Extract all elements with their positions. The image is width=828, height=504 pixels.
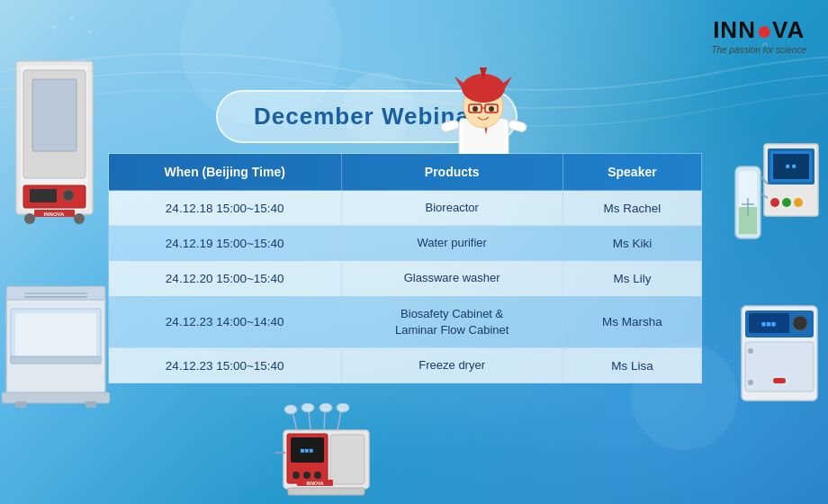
table-header-row: When (Beijing Time) Products Speaker (109, 154, 702, 191)
speaker-cell: Ms Rachel (562, 191, 701, 226)
schedule-table: When (Beijing Time) Products Speaker 24.… (108, 153, 702, 383)
speaker-cell: Ms Lisa (562, 347, 701, 382)
svg-point-1 (70, 16, 74, 20)
when-cell: 24.12.19 15:00~15:40 (109, 226, 342, 261)
products-column-header: Products (341, 154, 562, 191)
product-glassware-washer: ■■■ (734, 302, 824, 414)
svg-rect-61 (745, 342, 814, 392)
when-cell: 24.12.18 15:00~15:40 (109, 191, 342, 226)
product-incubator: INNOVA (7, 43, 102, 232)
speaker-cell: Ms Marsha (562, 296, 701, 347)
svg-point-16 (472, 106, 478, 112)
speaker-cell: Ms Kiki (562, 226, 701, 261)
svg-point-60 (793, 316, 807, 330)
speaker-column-header: Speaker (562, 154, 701, 191)
svg-point-46 (770, 198, 779, 207)
table-row: 24.12.20 15:00~15:40Glassware washerMs L… (109, 261, 702, 296)
svg-point-71 (314, 472, 321, 479)
svg-text:INNOVA: INNOVA (306, 481, 323, 486)
svg-text:INNOVA: INNOVA (44, 212, 66, 217)
svg-text:■■■: ■■■ (761, 320, 776, 328)
svg-rect-19 (508, 120, 527, 133)
svg-point-2 (88, 30, 93, 34)
svg-rect-72 (330, 435, 364, 484)
svg-point-48 (794, 198, 803, 207)
product-cell: Bioreactor (341, 191, 562, 226)
svg-point-64 (748, 380, 753, 385)
logo-tagline: The passion for science (711, 45, 806, 55)
svg-text:■■■: ■■■ (301, 446, 314, 454)
svg-point-0 (51, 24, 57, 30)
when-cell: 24.12.23 15:00~15:40 (109, 347, 342, 382)
table-row: 24.12.23 14:00~14:40Biosafety Cabinet & … (109, 296, 702, 347)
svg-point-28 (74, 213, 85, 224)
svg-point-81 (337, 403, 349, 412)
when-cell: 24.12.20 15:00~15:40 (109, 261, 342, 296)
svg-rect-35 (11, 356, 101, 364)
svg-rect-34 (15, 313, 96, 358)
product-cell: Freeze dryer (341, 347, 562, 382)
table-row: 24.12.18 15:00~15:40BioreactorMs Rachel (109, 191, 702, 226)
svg-point-26 (63, 190, 74, 201)
logo: INN ● VA The passion for science (711, 16, 806, 55)
svg-rect-23 (32, 79, 76, 151)
svg-rect-82 (288, 488, 364, 495)
product-freeze-dryer: ■■■ INNOVA (266, 403, 387, 502)
schedule-table-container: When (Beijing Time) Products Speaker 24.… (108, 153, 702, 383)
product-safety-cabinet (2, 277, 110, 408)
svg-line-74 (292, 412, 297, 430)
svg-point-79 (302, 403, 314, 412)
table-row: 24.12.19 15:00~15:40Water purifierMs Kik… (109, 226, 702, 261)
svg-rect-25 (30, 189, 57, 202)
svg-point-47 (782, 198, 791, 207)
svg-point-17 (489, 106, 494, 112)
svg-point-27 (24, 213, 35, 224)
svg-line-75 (309, 410, 310, 430)
product-cell: Water purifier (341, 226, 562, 261)
svg-point-70 (303, 472, 310, 479)
svg-text:■ ■: ■ ■ (786, 162, 796, 170)
product-cell: Glassware washer (341, 261, 562, 296)
svg-rect-18 (440, 120, 460, 133)
product-bioreactor: ■ ■ (728, 140, 823, 266)
schedule-table-body: 24.12.18 15:00~15:40BioreactorMs Rachel2… (109, 191, 702, 383)
when-column-header: When (Beijing Time) (109, 154, 342, 191)
svg-line-77 (338, 410, 341, 430)
svg-point-80 (320, 403, 332, 412)
when-cell: 24.12.23 14:00~14:40 (109, 296, 342, 347)
speaker-cell: Ms Lily (562, 261, 701, 296)
table-row: 24.12.23 15:00~15:40Freeze dryerMs Lisa (109, 347, 702, 382)
svg-rect-62 (773, 378, 786, 383)
svg-line-76 (324, 410, 325, 430)
svg-point-69 (292, 472, 300, 479)
svg-point-78 (284, 405, 297, 414)
svg-rect-37 (15, 401, 26, 408)
svg-point-63 (748, 348, 753, 354)
product-cell: Biosafety Cabinet & Laminar Flow Cabinet (341, 296, 562, 347)
svg-rect-38 (86, 401, 96, 408)
